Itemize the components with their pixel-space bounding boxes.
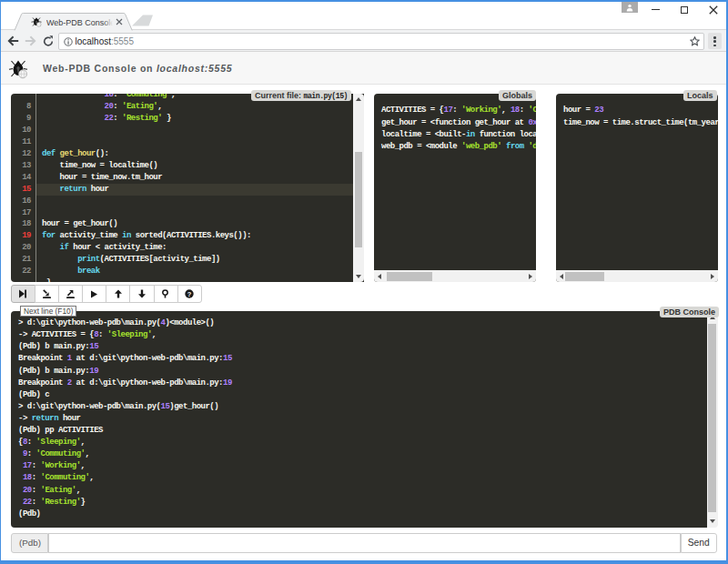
svg-text:?: ?: [187, 290, 192, 298]
